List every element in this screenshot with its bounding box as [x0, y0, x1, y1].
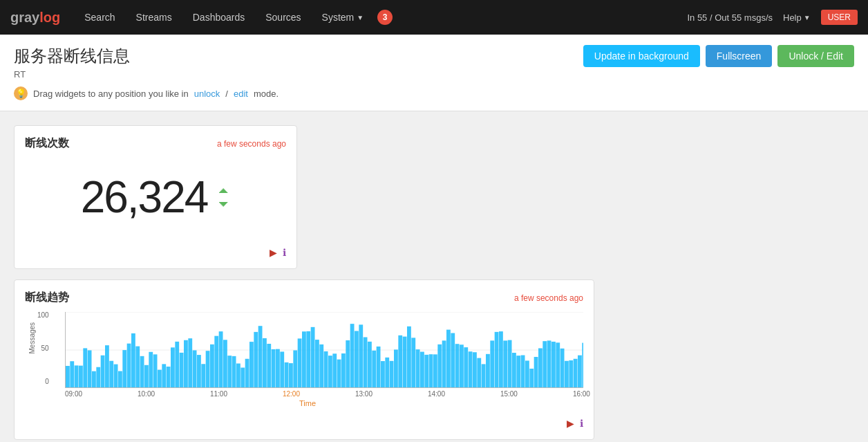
svg-rect-18	[135, 347, 140, 388]
svg-rect-23	[158, 370, 162, 388]
svg-rect-55	[298, 338, 302, 388]
svg-rect-30	[188, 338, 192, 388]
x-tick-1200: 12:00	[283, 390, 300, 398]
svg-rect-68	[355, 331, 359, 388]
y-axis-label: Messages	[28, 322, 36, 354]
svg-rect-70	[364, 337, 368, 388]
play-icon[interactable]: ▶	[270, 247, 277, 258]
svg-rect-90	[451, 333, 455, 388]
svg-rect-105	[516, 356, 520, 388]
unlock-edit-button[interactable]: Unlock / Edit	[777, 45, 854, 67]
hint-bar: 💡 Drag widgets to any position you like …	[14, 86, 854, 100]
count-widget: 断线次数 a few seconds ago 26,324 ⏶ ⏷ ▶ ℹ	[14, 125, 297, 269]
svg-rect-77	[394, 349, 398, 388]
svg-rect-21	[149, 352, 153, 388]
svg-rect-92	[460, 344, 464, 388]
user-menu[interactable]: USER	[821, 10, 858, 25]
svg-rect-34	[206, 351, 210, 388]
svg-rect-60	[319, 344, 323, 388]
chevron-down-icon-help: ▼	[804, 14, 811, 21]
svg-rect-57	[306, 331, 310, 388]
svg-rect-106	[521, 356, 525, 388]
svg-rect-52	[285, 362, 289, 388]
svg-rect-110	[538, 348, 542, 388]
chart-info-icon[interactable]: ℹ	[580, 418, 583, 429]
svg-rect-117	[569, 360, 573, 388]
svg-rect-64	[337, 360, 341, 388]
svg-rect-16	[127, 344, 131, 388]
arrow-up-icon: ⏶	[218, 184, 230, 196]
svg-rect-71	[368, 342, 372, 388]
svg-rect-50	[276, 349, 280, 388]
nav-right: In 55 / Out 55 msgs/s Help ▼ USER	[687, 10, 858, 25]
hint-slash: /	[225, 89, 228, 99]
chart-widget-time: a few seconds ago	[514, 293, 583, 303]
hint-text: Drag widgets to any position you like in	[33, 89, 189, 99]
x-tick-1300: 13:00	[355, 390, 372, 398]
unlock-link[interactable]: unlock	[194, 89, 220, 99]
svg-rect-76	[390, 361, 394, 388]
hint-suffix: mode.	[254, 89, 279, 99]
nav-system[interactable]: System ▼	[312, 0, 375, 35]
y-tick-50: 50	[37, 345, 52, 352]
svg-rect-96	[477, 358, 481, 388]
svg-rect-116	[565, 361, 569, 388]
chart-play-icon[interactable]: ▶	[567, 418, 574, 429]
count-widget-title: 断线次数	[25, 136, 69, 151]
svg-rect-43	[245, 359, 249, 388]
svg-rect-118	[574, 359, 578, 388]
svg-rect-25	[167, 367, 171, 388]
page-title-block: 服务器断线信息 RT	[14, 45, 130, 80]
svg-rect-107	[525, 360, 529, 388]
nav-sources[interactable]: Sources	[255, 0, 311, 35]
system-badge[interactable]: 3	[377, 10, 393, 25]
chart-area-wrapper: Messages 100 50 0 09:00 10:00 11:00 1	[32, 312, 583, 407]
update-background-button[interactable]: Update in background	[583, 45, 700, 67]
svg-rect-115	[560, 349, 565, 388]
svg-rect-75	[385, 358, 389, 388]
page-title: 服务器断线信息	[14, 45, 130, 67]
count-widget-time: a few seconds ago	[217, 139, 286, 149]
count-value: 26,324	[81, 172, 208, 223]
svg-rect-6	[83, 348, 87, 388]
svg-rect-19	[140, 356, 144, 388]
svg-rect-95	[473, 352, 477, 388]
fullscreen-button[interactable]: Fullscreen	[706, 45, 773, 67]
svg-rect-39	[227, 356, 232, 388]
nav-search[interactable]: Search	[74, 0, 125, 35]
svg-rect-20	[144, 365, 149, 388]
svg-rect-120	[582, 343, 583, 388]
svg-rect-85	[429, 354, 433, 388]
svg-rect-93	[464, 347, 468, 388]
svg-rect-5	[79, 366, 83, 388]
trend-arrows: ⏶ ⏷	[218, 184, 230, 210]
svg-rect-59	[315, 340, 319, 388]
svg-rect-91	[455, 344, 460, 388]
svg-rect-44	[249, 342, 254, 388]
edit-link[interactable]: edit	[234, 89, 248, 99]
svg-rect-12	[109, 361, 113, 388]
info-icon[interactable]: ℹ	[283, 247, 286, 258]
content: 断线次数 a few seconds ago 26,324 ⏶ ⏷ ▶ ℹ 断线…	[0, 111, 868, 442]
logo: graylog	[10, 10, 60, 26]
svg-rect-2	[66, 366, 70, 388]
svg-rect-84	[424, 355, 428, 388]
svg-rect-35	[210, 344, 214, 388]
svg-rect-36	[214, 336, 218, 388]
svg-rect-14	[118, 371, 122, 388]
svg-rect-113	[551, 342, 556, 388]
svg-rect-26	[171, 347, 175, 388]
svg-rect-74	[381, 361, 385, 388]
chart-svg	[65, 312, 583, 388]
svg-rect-73	[377, 347, 381, 388]
svg-rect-22	[153, 354, 158, 388]
chart-widget-header: 断线趋势 a few seconds ago	[25, 291, 583, 305]
svg-rect-66	[346, 340, 350, 388]
y-axis-ticks: 100 50 0	[37, 312, 52, 388]
svg-rect-80	[407, 326, 411, 388]
help-link[interactable]: Help ▼	[783, 12, 811, 23]
svg-rect-111	[542, 341, 547, 388]
logo-log: log	[39, 10, 60, 25]
nav-streams[interactable]: Streams	[126, 0, 182, 35]
nav-dashboards[interactable]: Dashboards	[182, 0, 256, 35]
